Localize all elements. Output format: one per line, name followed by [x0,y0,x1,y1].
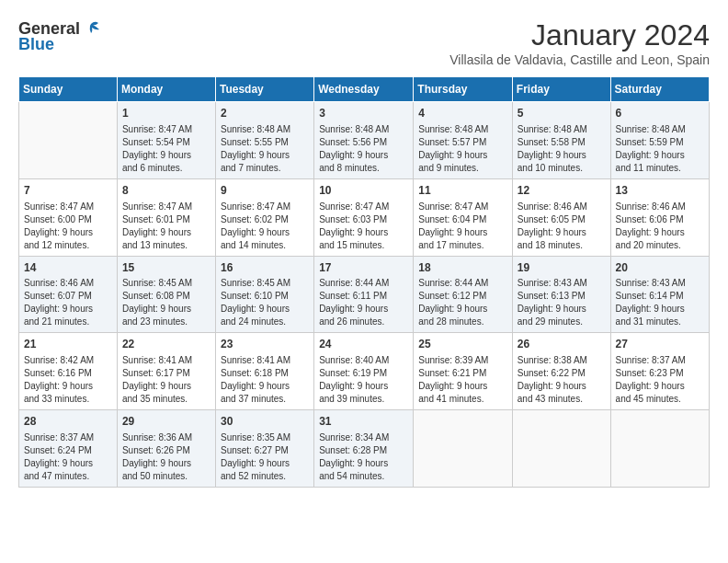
day-info-text: and 9 minutes. [418,162,507,175]
calendar-week-row: 21Sunrise: 8:42 AMSunset: 6:16 PMDayligh… [19,333,710,410]
day-info-text: Daylight: 9 hours [24,303,112,316]
day-info-text: Sunset: 5:56 PM [319,136,408,149]
calendar-cell: 27Sunrise: 8:37 AMSunset: 6:23 PMDayligh… [610,333,709,410]
day-number: 17 [319,260,408,276]
day-number: 4 [418,106,507,121]
day-number: 19 [518,260,606,276]
day-info-text: Sunrise: 8:35 AM [221,431,309,444]
day-info-text: Sunset: 6:08 PM [122,290,210,303]
calendar-cell: 3Sunrise: 8:48 AMSunset: 5:56 PMDaylight… [314,102,414,179]
day-info-text: Sunrise: 8:48 AM [518,123,606,136]
day-info-text: and 39 minutes. [319,393,408,406]
day-info-text: Sunset: 6:19 PM [319,367,408,380]
calendar-cell [19,102,118,179]
day-info-text: Sunrise: 8:34 AM [319,431,408,444]
day-number: 28 [24,414,112,430]
day-info-text: Sunrise: 8:42 AM [24,354,112,367]
day-info-text: and 15 minutes. [319,239,408,252]
day-info-text: and 24 minutes. [221,316,309,328]
day-info-text: Sunset: 5:54 PM [122,136,210,149]
day-info-text: Daylight: 9 hours [221,303,309,316]
day-info-text: Sunset: 6:11 PM [319,290,408,303]
day-info-text: Daylight: 9 hours [319,303,408,316]
calendar-cell: 25Sunrise: 8:39 AMSunset: 6:21 PMDayligh… [414,333,513,410]
day-info-text: and 6 minutes. [122,162,210,175]
day-info-text: Daylight: 9 hours [122,149,210,162]
day-info-text: Sunrise: 8:44 AM [319,277,408,290]
day-info-text: Sunset: 6:22 PM [518,367,606,380]
day-info-text: Daylight: 9 hours [616,303,704,316]
calendar-cell: 17Sunrise: 8:44 AMSunset: 6:11 PMDayligh… [314,256,414,333]
day-info-text: Daylight: 9 hours [24,380,112,393]
day-info-text: Sunrise: 8:41 AM [122,354,210,367]
day-info-text: Sunset: 6:26 PM [122,444,210,457]
day-number: 29 [122,414,210,430]
day-header-friday: Friday [512,77,610,102]
day-info-text: and 31 minutes. [616,316,704,328]
day-info-text: Daylight: 9 hours [418,149,507,162]
day-number: 23 [221,337,309,352]
calendar-week-row: 28Sunrise: 8:37 AMSunset: 6:24 PMDayligh… [19,410,710,488]
day-info-text: Daylight: 9 hours [221,149,309,162]
day-info-text: Sunrise: 8:37 AM [24,431,112,444]
day-info-text: Sunrise: 8:46 AM [24,277,112,290]
day-info-text: Daylight: 9 hours [518,303,606,316]
day-info-text: and 14 minutes. [221,239,309,252]
day-info-text: Sunrise: 8:47 AM [122,201,210,213]
day-number: 12 [518,183,606,199]
calendar-cell: 7Sunrise: 8:47 AMSunset: 6:00 PMDaylight… [19,178,118,256]
header: General Blue January 2024 Villasila de V… [18,18,710,67]
day-number: 11 [418,183,507,199]
day-header-saturday: Saturday [610,77,709,102]
calendar-cell: 19Sunrise: 8:43 AMSunset: 6:13 PMDayligh… [512,256,610,333]
day-number: 15 [122,260,210,276]
day-info-text: Sunset: 6:28 PM [319,444,408,457]
day-info-text: and 54 minutes. [319,470,408,483]
day-info-text: Sunset: 6:27 PM [221,444,309,457]
day-info-text: Sunset: 6:16 PM [24,367,112,380]
day-info-text: Sunset: 6:05 PM [518,213,606,226]
day-number: 27 [616,337,704,352]
day-number: 14 [24,260,112,276]
day-info-text: Sunset: 6:13 PM [518,290,606,303]
day-info-text: Sunrise: 8:47 AM [319,201,408,213]
calendar-cell: 6Sunrise: 8:48 AMSunset: 5:59 PMDaylight… [610,102,709,179]
day-info-text: Daylight: 9 hours [518,226,606,239]
day-info-text: Sunset: 5:57 PM [418,136,507,149]
day-info-text: Sunset: 5:55 PM [221,136,309,149]
day-number: 7 [24,183,112,199]
day-info-text: Sunrise: 8:39 AM [418,354,507,367]
day-number: 8 [122,183,210,199]
day-info-text: and 13 minutes. [122,239,210,252]
day-info-text: and 21 minutes. [24,316,112,328]
day-info-text: Sunset: 6:00 PM [24,213,112,226]
calendar-cell: 30Sunrise: 8:35 AMSunset: 6:27 PMDayligh… [215,410,313,488]
day-number: 31 [319,414,408,430]
calendar-week-row: 14Sunrise: 8:46 AMSunset: 6:07 PMDayligh… [19,256,710,333]
day-number: 1 [122,106,210,121]
calendar-cell: 9Sunrise: 8:47 AMSunset: 6:02 PMDaylight… [215,178,313,256]
day-number: 26 [518,337,606,352]
days-header-row: SundayMondayTuesdayWednesdayThursdayFrid… [19,77,710,102]
day-info-text: Sunrise: 8:37 AM [616,354,704,367]
calendar-cell: 10Sunrise: 8:47 AMSunset: 6:03 PMDayligh… [314,178,414,256]
day-info-text: Sunrise: 8:46 AM [518,201,606,213]
day-info-text: and 50 minutes. [122,470,210,483]
day-info-text: Daylight: 9 hours [122,303,210,316]
day-info-text: Sunset: 6:04 PM [418,213,507,226]
day-info-text: Sunset: 6:24 PM [24,444,112,457]
day-info-text: Sunset: 6:23 PM [616,367,704,380]
calendar-cell: 23Sunrise: 8:41 AMSunset: 6:18 PMDayligh… [215,333,313,410]
day-info-text: and 7 minutes. [221,162,309,175]
day-number: 5 [518,106,606,121]
day-info-text: Sunrise: 8:48 AM [616,123,704,136]
day-number: 25 [418,337,507,352]
day-info-text: Daylight: 9 hours [418,303,507,316]
day-header-thursday: Thursday [414,77,513,102]
day-info-text: and 33 minutes. [24,393,112,406]
day-info-text: Daylight: 9 hours [24,457,112,470]
day-info-text: Sunset: 6:01 PM [122,213,210,226]
day-header-wednesday: Wednesday [314,77,414,102]
day-info-text: Sunrise: 8:43 AM [518,277,606,290]
day-info-text: Sunrise: 8:44 AM [418,277,507,290]
